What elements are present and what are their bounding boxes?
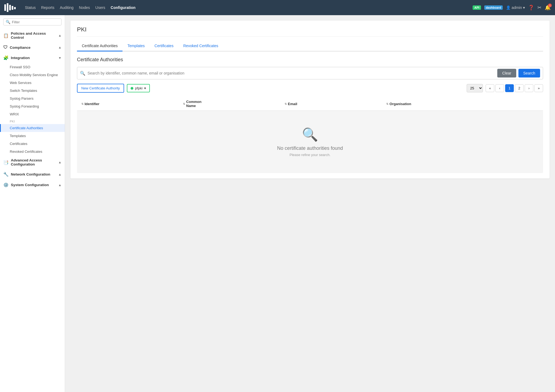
chevron-up-icon: ▲ — [58, 34, 62, 37]
sidebar-section-system: ⚙️ System Configuration ▲ — [0, 180, 65, 190]
sidebar-group-integration[interactable]: 🧩 Integration ▼ — [0, 53, 65, 63]
dashboard-badge[interactable]: dashboard — [484, 5, 503, 10]
search-bar: 🔍 Clear Search — [77, 67, 543, 79]
section-title: Certificate Authorities — [77, 57, 543, 63]
chevron-down-icon-2: ▼ — [58, 56, 62, 60]
sidebar-group-policies[interactable]: 📋 Policies and Access Control ▲ — [0, 29, 65, 42]
sidebar-group-compliance[interactable]: 🛡 Compliance ▲ — [0, 42, 65, 53]
tab-certificate-authorities[interactable]: Certificate Authorities — [77, 41, 122, 51]
main-content: PKI Certificate Authorities Templates Ce… — [65, 15, 555, 392]
pagination-next[interactable]: › — [525, 84, 533, 92]
empty-title: No certificate authorities found — [82, 145, 538, 151]
col-identifier[interactable]: ⇅ Identifier — [81, 100, 183, 108]
sidebar-item-certificate-authorities[interactable]: Certificate Authorities — [0, 124, 65, 132]
help-icon[interactable]: ❓ — [528, 5, 534, 11]
policies-label: Policies and Access Control — [11, 31, 58, 40]
nav-right: API dashboard 👤 admin ▾ ❓ ✂ 🔔 1 — [473, 5, 551, 11]
search-icon: 🔍 — [80, 71, 85, 76]
sidebar-section-network: 🔧 Network Configuration ▲ — [0, 169, 65, 180]
col-organisation[interactable]: ⇅ Organisation — [386, 100, 539, 108]
svg-rect-0 — [4, 4, 6, 11]
aac-label: Advanced Access Configuration — [11, 158, 58, 166]
sort-email-icon: ⇅ — [285, 102, 287, 105]
sidebar-item-templates[interactable]: Templates — [0, 132, 65, 140]
user-menu[interactable]: 👤 admin ▾ — [506, 5, 525, 10]
nav-auditing[interactable]: Auditing — [60, 5, 74, 10]
sidebar-item-revoked-certificates[interactable]: Revoked Certificates — [0, 148, 65, 155]
sort-organisation-icon: ⇅ — [386, 102, 388, 105]
sidebar-item-syslog-forwarding[interactable]: Syslog Forwarding — [0, 102, 65, 110]
search-input[interactable] — [88, 71, 495, 75]
pagination-last[interactable]: » — [534, 84, 543, 92]
nav-status[interactable]: Status — [25, 5, 36, 10]
table-header: ⇅ Identifier ⇅ CommonName ⇅ Email ⇅ Orga… — [77, 97, 543, 111]
svg-rect-4 — [14, 7, 16, 9]
system-label: System Configuration — [11, 183, 49, 187]
clear-button[interactable]: Clear — [497, 69, 516, 77]
aac-icon: 📑 — [3, 160, 9, 165]
api-badge[interactable]: API — [473, 5, 481, 10]
notifications-bell[interactable]: 🔔 1 — [545, 5, 551, 11]
col-common-name[interactable]: ⇅ CommonName — [183, 100, 285, 108]
integration-icon: 🧩 — [3, 55, 9, 60]
empty-search-icon: 🔍 — [82, 127, 538, 142]
policies-icon: 📋 — [3, 33, 9, 38]
tools-icon[interactable]: ✂ — [537, 5, 541, 11]
sidebar-section-compliance: 🛡 Compliance ▲ — [0, 42, 65, 53]
nav-nodes[interactable]: Nodes — [79, 5, 90, 10]
sidebar-item-wrix[interactable]: WRIX — [0, 110, 65, 118]
chevron-up-network: ▲ — [58, 173, 62, 176]
filter-input[interactable] — [12, 20, 59, 24]
integration-label: Integration — [11, 56, 30, 60]
sidebar-section-aac: 📑 Advanced Access Configuration ▲ — [0, 155, 65, 169]
tenant-chevron-icon: ▾ — [144, 86, 146, 90]
top-navigation: Status Reports Auditing Nodes Users Conf… — [0, 0, 555, 15]
sidebar-filter[interactable]: 🔍 — [3, 18, 62, 25]
pagination-prev[interactable]: ‹ — [495, 84, 504, 92]
sort-common-name-icon: ⇅ — [183, 102, 185, 105]
compliance-icon: 🛡 — [3, 45, 8, 50]
tenant-status-dot — [131, 87, 133, 90]
per-page-select[interactable]: 25 50 100 — [467, 84, 483, 92]
tab-revoked-certificates[interactable]: Revoked Certificates — [178, 41, 223, 51]
pagination-first[interactable]: « — [486, 84, 494, 92]
sidebar-group-system[interactable]: ⚙️ System Configuration ▲ — [0, 180, 65, 190]
chevron-up-system: ▲ — [58, 183, 62, 187]
content-card: PKI Certificate Authorities Templates Ce… — [70, 21, 550, 179]
pagination-page2[interactable]: 2 — [515, 84, 524, 92]
chevron-up-aac: ▲ — [58, 160, 62, 164]
empty-state: 🔍 No certificate authorities found Pleas… — [77, 111, 543, 173]
sidebar-item-cisco[interactable]: Cisco Mobility Services Engine — [0, 71, 65, 79]
sidebar-item-firewall-sso[interactable]: Firewall SSO — [0, 63, 65, 71]
chevron-up-icon-2: ▲ — [58, 46, 62, 49]
tab-certificates[interactable]: Certificates — [150, 41, 178, 51]
search-button[interactable]: Search — [518, 69, 540, 77]
network-icon: 🔧 — [3, 172, 9, 177]
nav-configuration[interactable]: Configuration — [111, 5, 135, 10]
nav-users[interactable]: Users — [95, 5, 105, 10]
tab-templates[interactable]: Templates — [122, 41, 150, 51]
col-email[interactable]: ⇅ Email — [285, 100, 386, 108]
sort-identifier-icon: ⇅ — [81, 102, 83, 105]
sidebar-group-network[interactable]: 🔧 Network Configuration ▲ — [0, 169, 65, 180]
col-identifier-label: Identifier — [85, 102, 99, 106]
new-certificate-authority-button[interactable]: New Certificate Authority — [77, 84, 124, 93]
col-common-name-label: CommonName — [186, 100, 201, 108]
tenant-dropdown[interactable]: pfpki ▾ — [127, 84, 150, 92]
compliance-label: Compliance — [10, 46, 31, 50]
system-icon: ⚙️ — [3, 182, 9, 187]
pagination-page1[interactable]: 1 — [505, 84, 514, 92]
pki-subgroup-label: PKI — [0, 118, 65, 124]
nav-reports[interactable]: Reports — [41, 5, 54, 10]
svg-rect-3 — [12, 6, 13, 10]
app-logo[interactable] — [4, 3, 16, 12]
app-body: 🔍 📋 Policies and Access Control ▲ 🛡 Comp… — [0, 15, 555, 392]
sidebar-item-certificates[interactable]: Certificates — [0, 140, 65, 148]
sidebar-item-web-services[interactable]: Web Services — [0, 79, 65, 87]
svg-rect-1 — [7, 3, 8, 12]
sidebar: 🔍 📋 Policies and Access Control ▲ 🛡 Comp… — [0, 15, 65, 392]
sidebar-group-aac[interactable]: 📑 Advanced Access Configuration ▲ — [0, 155, 65, 169]
user-icon: 👤 — [506, 5, 511, 10]
sidebar-item-syslog-parsers[interactable]: Syslog Parsers — [0, 95, 65, 102]
sidebar-item-switch-templates[interactable]: Switch Templates — [0, 87, 65, 95]
